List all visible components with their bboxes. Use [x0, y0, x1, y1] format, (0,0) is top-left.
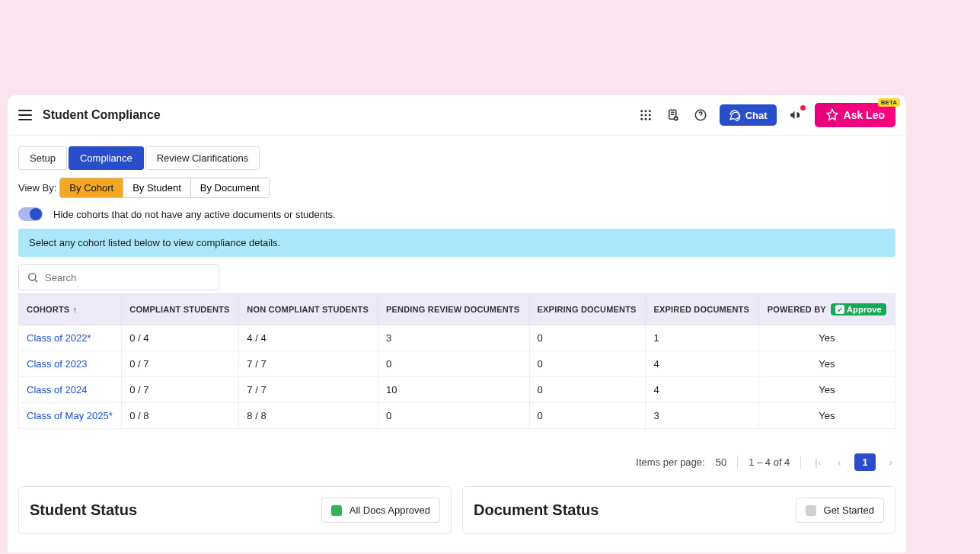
cell-expired: 1 — [646, 325, 758, 351]
cell-expiring: 0 — [529, 377, 646, 403]
cell-powered: Yes — [758, 377, 895, 403]
cell-powered: Yes — [758, 351, 895, 377]
svg-point-1 — [644, 110, 646, 112]
viewby-label: View By: — [18, 182, 56, 194]
tab-compliance[interactable]: Compliance — [69, 146, 144, 170]
chat-button[interactable]: Chat — [720, 104, 777, 126]
table-row: Class of May 2025* 0 / 8 8 / 8 0 0 3 Yes — [19, 403, 895, 429]
svg-point-2 — [648, 110, 650, 112]
viewby-row: View By: By Cohort By Student By Documen… — [8, 175, 906, 204]
tabs: Setup Compliance Review Clarifications — [8, 136, 906, 175]
legend-swatch-green — [331, 505, 342, 516]
cell-noncompliant: 4 / 4 — [239, 325, 378, 351]
document-legend-label: Get Started — [824, 504, 874, 516]
items-per-page-value[interactable]: 50 — [716, 456, 726, 468]
col-powered: POWERED BY Approve — [758, 294, 895, 325]
menu-icon[interactable] — [18, 110, 32, 120]
table-row: Class of 2024 0 / 7 7 / 7 10 0 4 Yes — [19, 377, 895, 403]
info-banner: Select any cohort listed below to view c… — [18, 229, 895, 257]
cell-noncompliant: 8 / 8 — [239, 403, 378, 429]
svg-point-7 — [644, 118, 646, 120]
col-pending[interactable]: PENDING REVIEW DOCUMENTS — [378, 294, 530, 325]
beta-badge: BETA — [878, 98, 900, 107]
cell-pending: 0 — [378, 351, 530, 377]
apps-grid-icon[interactable] — [637, 107, 654, 123]
help-icon[interactable] — [692, 107, 709, 123]
cohort-link[interactable]: Class of 2022* — [27, 332, 91, 344]
hide-cohorts-row: Hide cohorts that do not have any active… — [8, 204, 906, 229]
viewby-document[interactable]: By Document — [191, 178, 269, 197]
cell-powered: Yes — [758, 325, 895, 351]
student-status-legend[interactable]: All Docs Approved — [321, 498, 440, 523]
topbar: Student Compliance Chat — [8, 95, 906, 136]
prev-page-icon[interactable]: ‹ — [835, 455, 844, 469]
col-cohorts[interactable]: COHORTS↑ — [19, 294, 122, 325]
cell-compliant: 0 / 4 — [122, 325, 239, 351]
chat-label: Chat — [745, 110, 768, 121]
cell-expired: 4 — [646, 351, 758, 377]
compliance-table: COHORTS↑ COMPLIANT STUDENTS NON COMPLIAN… — [18, 293, 895, 429]
document-status-panel: Document Status Get Started — [462, 486, 895, 534]
cell-pending: 0 — [378, 403, 530, 429]
cell-compliant: 0 / 8 — [122, 403, 239, 429]
app-frame: Student Compliance Chat — [8, 95, 906, 552]
cell-expiring: 0 — [529, 325, 646, 351]
page-title: Student Compliance — [43, 108, 637, 122]
sort-asc-icon: ↑ — [72, 305, 77, 314]
search-icon — [27, 271, 39, 283]
cell-expiring: 0 — [529, 351, 646, 377]
svg-point-0 — [640, 110, 643, 112]
cohort-link[interactable]: Class of May 2025* — [27, 410, 113, 421]
items-per-page-label: Items per page: — [636, 456, 704, 468]
cell-expiring: 0 — [529, 403, 646, 429]
col-expiring[interactable]: EXPIRING DOCUMENTS — [529, 294, 646, 325]
ask-leo-label: Ask Leo — [844, 109, 885, 121]
cell-noncompliant: 7 / 7 — [239, 377, 378, 403]
svg-point-8 — [648, 118, 650, 120]
col-expired[interactable]: EXPIRED DOCUMENTS — [646, 294, 758, 325]
student-legend-label: All Docs Approved — [350, 504, 430, 516]
approve-badge: Approve — [831, 303, 886, 315]
cell-expired: 3 — [646, 403, 758, 429]
tab-review-clarifications[interactable]: Review Clarifications — [145, 146, 260, 170]
cell-compliant: 0 / 7 — [122, 351, 239, 377]
pagination-range: 1 – 4 of 4 — [749, 456, 790, 468]
col-compliant[interactable]: COMPLIANT STUDENTS — [122, 294, 239, 325]
page-number[interactable]: 1 — [854, 453, 875, 471]
cell-expired: 4 — [646, 377, 758, 403]
student-status-title: Student Status — [30, 501, 137, 519]
announcements-icon[interactable] — [787, 107, 804, 123]
table-row: Class of 2023 0 / 7 7 / 7 0 0 4 Yes — [19, 351, 895, 377]
document-status-title: Document Status — [474, 501, 599, 519]
cell-compliant: 0 / 7 — [122, 377, 239, 403]
svg-point-3 — [640, 114, 643, 117]
viewby-student[interactable]: By Student — [123, 178, 191, 197]
col-noncompliant[interactable]: NON COMPLIANT STUDENTS — [239, 294, 378, 325]
cohort-link[interactable]: Class of 2024 — [27, 384, 88, 395]
table-row: Class of 2022* 0 / 4 4 / 4 3 0 1 Yes — [19, 325, 895, 351]
document-status-legend[interactable]: Get Started — [796, 498, 884, 523]
tab-setup[interactable]: Setup — [18, 146, 67, 170]
svg-point-5 — [648, 114, 650, 117]
cell-pending: 3 — [378, 325, 530, 351]
search-box — [18, 264, 219, 290]
student-status-panel: Student Status All Docs Approved — [18, 486, 452, 534]
hide-cohorts-toggle[interactable] — [18, 207, 43, 221]
next-page-icon[interactable]: › — [886, 455, 895, 469]
document-check-icon[interactable] — [665, 107, 682, 123]
svg-point-6 — [640, 118, 643, 120]
cohort-link[interactable]: Class of 2023 — [27, 358, 88, 370]
svg-point-4 — [644, 114, 646, 117]
legend-swatch-grey — [806, 505, 816, 516]
svg-point-12 — [29, 274, 36, 280]
first-page-icon[interactable]: |‹ — [812, 455, 824, 469]
pagination: Items per page: 50 1 – 4 of 4 |‹ ‹ 1 › — [8, 429, 906, 482]
cell-powered: Yes — [758, 403, 895, 429]
cell-pending: 10 — [378, 377, 530, 403]
search-input[interactable] — [45, 272, 211, 283]
cell-noncompliant: 7 / 7 — [239, 351, 378, 377]
hide-cohorts-label: Hide cohorts that do not have any active… — [53, 209, 336, 220]
viewby-cohort[interactable]: By Cohort — [60, 178, 123, 197]
